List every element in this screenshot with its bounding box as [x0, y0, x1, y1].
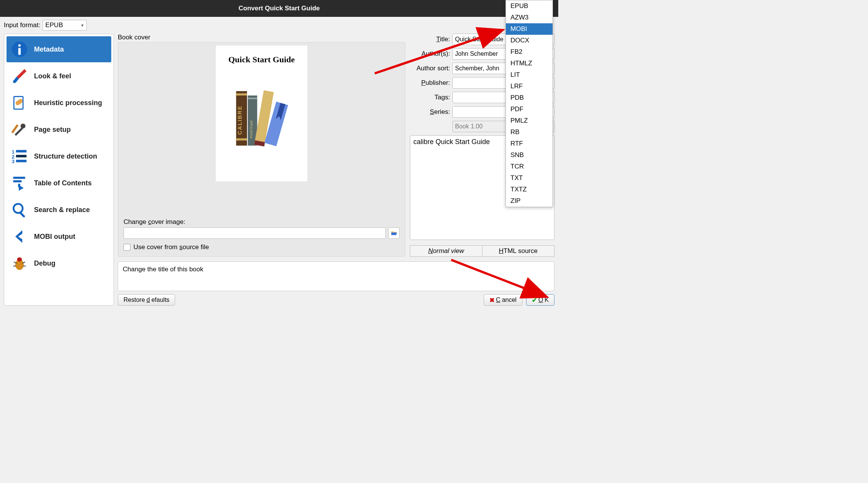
bug-icon	[10, 254, 29, 272]
browse-cover-button[interactable]	[388, 227, 400, 239]
cover-panel: Quick Start Guide CALIBRE Kovid Goyal	[118, 42, 405, 257]
svg-rect-26	[236, 138, 247, 141]
sidebar-item-label: Heuristic processing	[34, 99, 102, 107]
annotation-arrow-icon	[447, 256, 551, 302]
checkbox-icon	[124, 244, 130, 251]
svg-rect-17	[20, 212, 26, 218]
sidebar-item-search-replace[interactable]: Search & replace	[7, 197, 111, 223]
output-format-option[interactable]: DOCX	[506, 35, 553, 46]
output-format-option[interactable]: HTMLZ	[506, 58, 553, 69]
sidebar-item-label: Table of Contents	[34, 179, 92, 187]
folder-open-icon	[390, 230, 397, 237]
sidebar-item-label: Debug	[34, 259, 55, 267]
sidebar-item-label: Look & feel	[34, 72, 71, 80]
sidebar-item-toc[interactable]: Table of Contents	[7, 170, 111, 196]
output-format-option[interactable]: ZIP	[506, 195, 553, 207]
cover-image: Quick Start Guide CALIBRE Kovid Goyal	[216, 45, 307, 182]
input-format-label: Input format:	[4, 21, 40, 29]
sidebar-item-label: Metadata	[34, 45, 64, 53]
svg-rect-10	[16, 150, 26, 152]
series-label: Series:	[410, 108, 450, 116]
svg-rect-4	[15, 98, 24, 106]
svg-point-16	[13, 204, 23, 213]
output-format-option[interactable]: AZW3	[506, 12, 553, 23]
sidebar-item-metadata[interactable]: Metadata	[7, 36, 111, 62]
sidebar-item-label: Structure detection	[34, 152, 97, 160]
output-format-option[interactable]: TXTZ	[506, 184, 553, 195]
svg-rect-12	[16, 160, 26, 162]
output-format-option[interactable]: TCR	[506, 161, 553, 172]
sidebar-item-page-setup[interactable]: Page setup	[7, 117, 111, 143]
output-format-option[interactable]: LRF	[506, 81, 553, 92]
tools-icon	[10, 120, 29, 139]
publisher-label: Publisher:	[410, 79, 450, 87]
output-format-option[interactable]: PDB	[506, 92, 553, 104]
sidebar-item-structure[interactable]: 1 2 3 Structure detection	[7, 143, 111, 169]
brush-icon	[10, 67, 29, 85]
tab-html-source[interactable]: HTML source	[483, 245, 555, 257]
use-source-cover-label: Use cover from source file	[133, 243, 209, 251]
books-illustration-icon: CALIBRE Kovid Goyal	[225, 78, 298, 155]
bandage-icon	[10, 94, 29, 112]
sidebar-item-output[interactable]: MOBI output	[7, 224, 111, 250]
cover-title: Quick Start Guide	[228, 55, 295, 65]
output-format-option[interactable]: SNB	[506, 149, 553, 161]
restore-defaults-button[interactable]: Restore defaults	[118, 294, 175, 306]
sidebar-item-debug[interactable]: Debug	[7, 250, 111, 276]
change-cover-label: Change cover image:	[124, 218, 400, 226]
input-format-combo[interactable]: EPUB ▼	[42, 20, 87, 31]
output-format-option[interactable]: RB	[506, 126, 553, 138]
output-format-option[interactable]: RTF	[506, 138, 553, 149]
svg-line-35	[451, 260, 545, 296]
window-titlebar: Convert Quick Start Guide	[0, 0, 558, 17]
svg-rect-13	[13, 177, 25, 179]
svg-point-1	[18, 44, 21, 47]
svg-rect-25	[236, 93, 247, 96]
book-cover-label: Book cover	[118, 34, 405, 41]
tab-normal-view[interactable]: Normal view	[410, 245, 483, 257]
svg-point-19	[17, 257, 22, 261]
sidebar-item-heuristic[interactable]: Heuristic processing	[7, 90, 111, 116]
section-list: Metadata Look & feel Heuristic processin…	[4, 34, 114, 306]
svg-text:3: 3	[12, 159, 15, 164]
sidebar-item-label: Search & replace	[34, 206, 90, 214]
svg-line-34	[375, 31, 501, 73]
toc-icon	[10, 174, 29, 192]
svg-rect-29	[248, 98, 257, 99]
numbered-list-icon: 1 2 3	[10, 147, 29, 165]
annotation-arrow-icon	[371, 24, 509, 77]
output-format-option[interactable]: FB2	[506, 46, 553, 58]
use-source-cover-checkbox[interactable]: Use cover from source file	[124, 243, 400, 251]
sidebar-item-label: Page setup	[34, 126, 71, 134]
output-format-option[interactable]: LIT	[506, 69, 553, 81]
output-format-dropdown[interactable]: EPUBAZW3MOBIDOCXFB2HTMLZLITLRFPDBPDFPMLZ…	[506, 0, 553, 207]
svg-rect-15	[18, 184, 20, 187]
svg-text:CALIBRE: CALIBRE	[237, 105, 243, 135]
cover-path-input[interactable]	[124, 227, 386, 239]
output-format-option[interactable]: TXT	[506, 172, 553, 184]
info-icon	[10, 40, 29, 58]
output-format-option[interactable]: MOBI	[506, 23, 553, 35]
search-icon	[10, 201, 29, 219]
svg-rect-11	[16, 155, 26, 157]
sidebar-item-look-feel[interactable]: Look & feel	[7, 63, 111, 89]
hint-text: Change the title of this book	[123, 266, 203, 273]
window-title: Convert Quick Start Guide	[239, 5, 320, 12]
svg-rect-14	[13, 180, 22, 183]
svg-point-5	[21, 123, 26, 128]
svg-text:Kovid Goyal: Kovid Goyal	[249, 120, 253, 138]
tags-label: Tags:	[410, 94, 450, 101]
svg-rect-2	[18, 48, 21, 55]
output-format-option[interactable]: EPUB	[506, 0, 553, 12]
input-format-value: EPUB	[45, 21, 63, 29]
chevron-down-icon: ▼	[81, 23, 85, 28]
comment-view-tabs: Normal view HTML source	[410, 245, 554, 257]
output-format-option[interactable]: PDF	[506, 104, 553, 115]
back-arrow-icon	[10, 227, 29, 246]
sidebar-item-label: MOBI output	[34, 233, 75, 241]
cover-preview-area: Quick Start Guide CALIBRE Kovid Goyal	[124, 45, 400, 214]
output-format-option[interactable]: PMLZ	[506, 115, 553, 126]
